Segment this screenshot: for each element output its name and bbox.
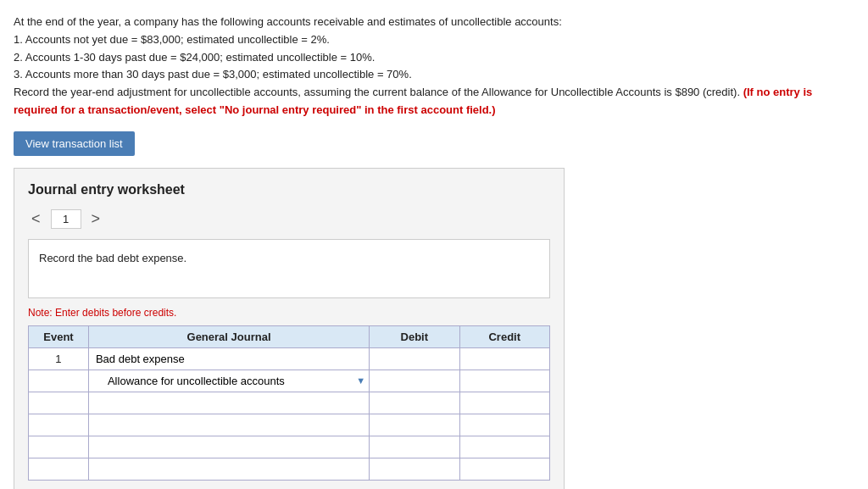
debit-cell[interactable] — [370, 392, 459, 414]
worksheet-title: Journal entry worksheet — [28, 182, 550, 197]
instruction-text: Record the bad debt expense. — [39, 252, 186, 264]
gj-cell[interactable] — [88, 392, 369, 414]
table-row: 1 — [29, 347, 550, 370]
debit-cell[interactable] — [370, 414, 459, 436]
gj-account-input[interactable] — [94, 353, 365, 365]
next-page-button[interactable]: > — [88, 210, 104, 228]
view-transaction-button[interactable]: View transaction list — [14, 131, 135, 156]
event-cell — [29, 414, 89, 436]
credit-cell[interactable] — [459, 392, 549, 414]
problem-line-3: 3. Accounts more than 30 days past due =… — [14, 68, 412, 81]
debit-cell[interactable] — [370, 436, 459, 458]
gj-cell[interactable] — [88, 414, 369, 436]
gj-cell[interactable] — [88, 436, 369, 458]
event-cell — [29, 392, 89, 414]
credit-cell[interactable] — [459, 436, 549, 458]
debit-cell[interactable] — [370, 347, 459, 370]
problem-line-1: 1. Accounts not yet due = $83,000; estim… — [14, 33, 330, 46]
dropdown-arrow-icon[interactable]: ▼ — [356, 375, 365, 386]
event-cell — [29, 458, 89, 480]
credit-input[interactable] — [464, 397, 546, 409]
gj-dropdown-wrap: ▼ — [106, 375, 365, 387]
gj-account-input[interactable] — [94, 463, 365, 475]
event-cell: 1 — [29, 347, 89, 370]
journal-table: Event General Journal Debit Credit 1▼ — [28, 325, 550, 481]
note-text: Note: Enter debits before credits. — [28, 307, 550, 319]
table-row — [29, 414, 550, 436]
prev-page-button[interactable]: < — [28, 210, 44, 228]
credit-cell[interactable] — [459, 370, 549, 392]
debit-input[interactable] — [373, 419, 455, 431]
gj-account-input[interactable] — [106, 375, 354, 387]
credit-input[interactable] — [464, 463, 546, 475]
event-cell — [29, 436, 89, 458]
credit-cell[interactable] — [459, 414, 549, 436]
col-header-gj: General Journal — [88, 325, 369, 347]
credit-input[interactable] — [464, 375, 546, 387]
col-header-debit: Debit — [370, 325, 459, 347]
table-row: ▼ — [29, 370, 550, 392]
problem-line-0: At the end of the year, a company has th… — [14, 15, 562, 28]
gj-cell[interactable] — [88, 458, 369, 480]
problem-line-2: 2. Accounts 1-30 days past due = $24,000… — [14, 51, 375, 64]
gj-account-input[interactable] — [94, 419, 365, 431]
credit-cell[interactable] — [459, 347, 549, 370]
credit-input[interactable] — [464, 353, 546, 365]
instruction-box: Record the bad debt expense. — [28, 239, 550, 298]
debit-input[interactable] — [373, 463, 455, 475]
page-number: 1 — [51, 209, 81, 229]
gj-account-input[interactable] — [94, 397, 365, 409]
table-row — [29, 436, 550, 458]
debit-input[interactable] — [373, 441, 455, 453]
problem-text: At the end of the year, a company has th… — [14, 14, 844, 119]
col-header-event: Event — [29, 325, 89, 347]
credit-input[interactable] — [464, 419, 546, 431]
debit-cell[interactable] — [370, 458, 459, 480]
debit-input[interactable] — [373, 375, 455, 387]
table-row — [29, 392, 550, 414]
table-row — [29, 458, 550, 480]
col-header-credit: Credit — [459, 325, 549, 347]
gj-cell[interactable] — [88, 347, 369, 370]
debit-input[interactable] — [373, 353, 455, 365]
credit-input[interactable] — [464, 441, 546, 453]
debit-input[interactable] — [373, 397, 455, 409]
worksheet-container: Journal entry worksheet < 1 > Record the… — [14, 168, 565, 489]
problem-line-4: Record the year-end adjustment for uncol… — [14, 86, 740, 98]
gj-account-input[interactable] — [94, 441, 365, 453]
credit-cell[interactable] — [459, 458, 549, 480]
debit-cell[interactable] — [370, 370, 459, 392]
event-cell — [29, 370, 89, 392]
nav-row: < 1 > — [28, 209, 550, 229]
gj-cell[interactable]: ▼ — [88, 370, 369, 392]
